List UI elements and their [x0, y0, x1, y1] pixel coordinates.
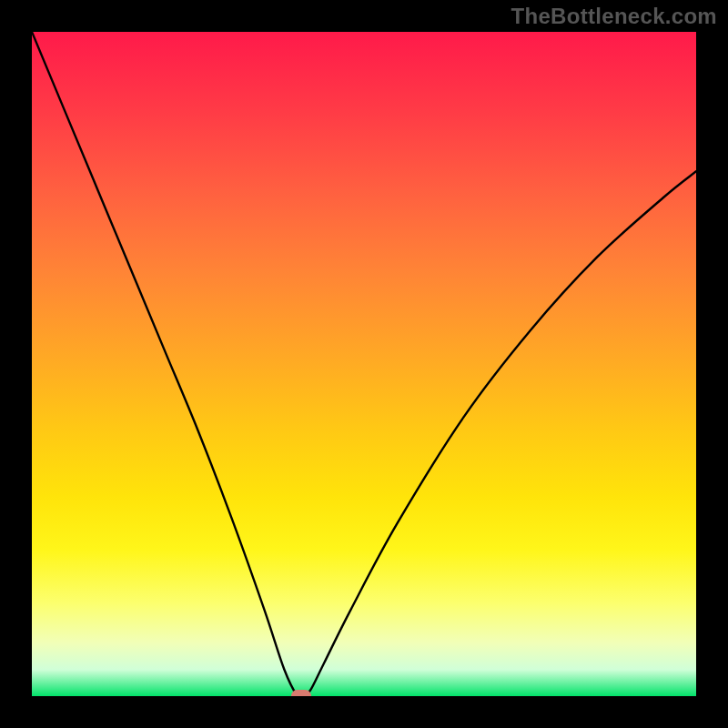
- minimum-marker: [291, 690, 311, 696]
- plot-area: [32, 32, 696, 696]
- watermark-text: TheBottleneck.com: [511, 4, 717, 29]
- bottleneck-curve: [32, 32, 696, 696]
- curve-layer: [32, 32, 696, 696]
- figure-frame: TheBottleneck.com: [0, 0, 728, 728]
